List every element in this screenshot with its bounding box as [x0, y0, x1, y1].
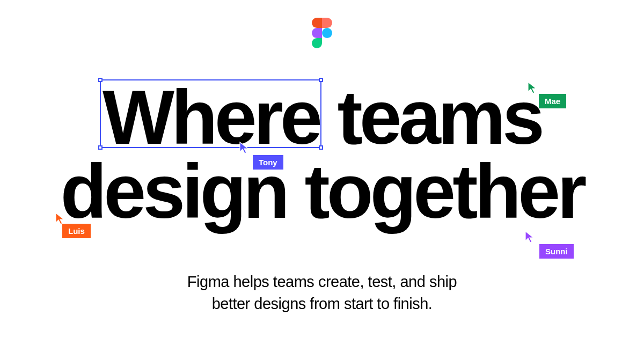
hero-subheadline: Figma helps teams create, test, and ship… [0, 271, 644, 314]
selection-handle-tl [98, 78, 103, 82]
cursor-icon [527, 81, 538, 94]
headline-word-3: design together [60, 149, 583, 234]
figma-logo-icon [312, 18, 332, 50]
cursor-label: Sunni [539, 244, 574, 259]
selection-handle-tr [319, 78, 323, 82]
cursor-label: Luis [62, 224, 91, 238]
subhead-line-1: Figma helps teams create, test, and ship [0, 271, 644, 293]
cursor-label: Tony [253, 155, 283, 170]
subhead-line-2: better designs from start to finish. [0, 293, 644, 315]
selected-word: Where [103, 80, 319, 155]
cursor-icon [524, 230, 535, 243]
cursor-icon [55, 212, 65, 225]
cursor-icon [239, 141, 250, 154]
headline-word-2: teams [337, 75, 541, 160]
cursor-label: Mae [539, 94, 566, 108]
headline-word-1: Where [103, 75, 319, 160]
svg-point-0 [322, 28, 332, 38]
